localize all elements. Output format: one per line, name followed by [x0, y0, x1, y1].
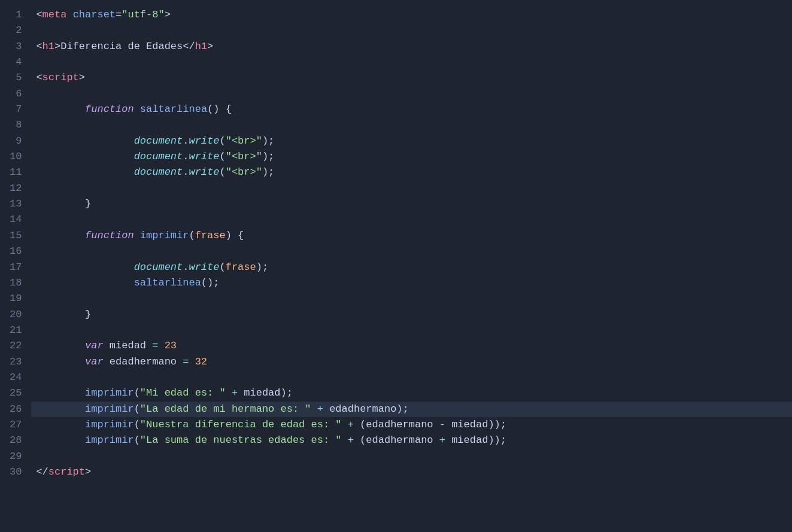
- tag-bracket-token: >: [165, 9, 171, 20]
- code-line: </script>: [31, 464, 792, 480]
- paren-token: (: [219, 151, 225, 162]
- plain-token: [134, 104, 140, 115]
- code-line: function imprimir(frase) {: [31, 228, 792, 244]
- plain-token: )): [488, 419, 500, 430]
- tag-token: script: [43, 72, 79, 83]
- line-number: 5: [10, 70, 22, 86]
- tag-token: script: [48, 466, 85, 478]
- line-number: 21: [10, 323, 22, 338]
- plain-token: [36, 104, 85, 115]
- plain-token: [36, 135, 133, 147]
- plain-token: (: [354, 419, 366, 430]
- line-number: 12: [10, 181, 22, 196]
- plain-token: [36, 356, 85, 367]
- code-line: [31, 323, 792, 338]
- plain-token: [445, 434, 451, 446]
- param-token: frase: [195, 230, 226, 241]
- code-line: document.write(frase);: [31, 260, 792, 275]
- string-token: "Mi edad es: ": [140, 387, 226, 399]
- line-numbers: 1234567891011121314151617181920212223242…: [0, 5, 31, 527]
- code-line: var miedad = 23: [31, 338, 792, 354]
- paren-token: (): [207, 104, 219, 115]
- paren-token: (: [219, 166, 225, 178]
- code-line: [31, 86, 792, 102]
- dot-token: .: [183, 166, 189, 178]
- plain-token: [36, 151, 133, 162]
- paren-token: ): [281, 387, 287, 399]
- plain-token: [146, 340, 152, 351]
- line-number: 15: [10, 228, 22, 244]
- code-line: imprimir("La suma de nuestras edades es:…: [31, 433, 792, 448]
- plain-token: Diferencia de Edades: [60, 41, 183, 52]
- line-number: 1: [10, 7, 22, 23]
- dot-token: .: [183, 151, 189, 162]
- line-number: 6: [10, 86, 22, 102]
- code-line: }: [31, 307, 792, 323]
- tag-token: h1: [43, 41, 54, 52]
- obj-token: document: [134, 135, 183, 147]
- plain-token: [36, 277, 133, 288]
- code-line: document.write("<br>");: [31, 165, 792, 180]
- function-name-token: imprimir: [140, 230, 189, 241]
- plain-token: [36, 262, 133, 273]
- tag-bracket-token: </: [36, 466, 48, 478]
- string-token: "<br>": [226, 135, 262, 147]
- call-token: imprimir: [85, 434, 134, 446]
- var-name-token: edadhermano: [366, 419, 433, 430]
- paren-token: (: [134, 434, 140, 446]
- call-token: imprimir: [85, 419, 134, 430]
- method-token: write: [189, 262, 219, 273]
- plain-token: [311, 403, 317, 415]
- plain-token: [226, 387, 232, 399]
- plain-token: [134, 230, 140, 241]
- paren-token: ): [262, 135, 268, 147]
- line-number: 23: [10, 354, 22, 370]
- semicolon-token: ;: [268, 135, 274, 147]
- plain-token: [238, 387, 244, 399]
- semicolon-token: ;: [500, 419, 506, 430]
- plain-token: [433, 434, 439, 446]
- line-number: 28: [10, 433, 22, 448]
- tag-bracket-token: >: [85, 466, 91, 478]
- code-line: function saltarlinea() {: [31, 102, 792, 117]
- tag-bracket-token: </: [183, 41, 195, 52]
- line-number: 24: [10, 370, 22, 385]
- dot-token: .: [183, 262, 189, 273]
- paren-token: (: [134, 403, 140, 415]
- paren-token: ): [262, 166, 268, 178]
- line-number: 8: [10, 117, 22, 133]
- line-number: 29: [10, 449, 22, 464]
- line-number: 9: [10, 133, 22, 149]
- operator-token: -: [439, 419, 445, 430]
- code-line: imprimir("Nuestra diferencia de edad es:…: [31, 417, 792, 433]
- code-line: <script>: [31, 70, 792, 86]
- attr-name-token: charset: [73, 9, 116, 20]
- code-line: [31, 244, 792, 259]
- line-number: 26: [10, 402, 22, 417]
- param-token: frase: [226, 262, 256, 273]
- call-token: imprimir: [85, 387, 134, 399]
- keyword-token: function: [85, 230, 134, 241]
- string-token: "La suma de nuestras edades es: ": [140, 434, 342, 446]
- tag-bracket-token: <: [36, 9, 42, 20]
- var-name-token: edadhermano: [329, 403, 396, 415]
- code-line: }: [31, 196, 792, 212]
- code-line: [31, 54, 792, 70]
- semicolon-token: ;: [287, 387, 293, 399]
- code-line: document.write("<br>");: [31, 149, 792, 165]
- code-content[interactable]: <meta charset="utf-8"> <h1>Diferencia de…: [31, 5, 792, 527]
- operator-token: +: [232, 387, 238, 399]
- keyword-token: function: [85, 104, 134, 115]
- line-number: 30: [10, 464, 22, 480]
- call-token: saltarlinea: [134, 277, 201, 288]
- plain-token: [342, 434, 348, 446]
- paren-token: ): [226, 230, 232, 241]
- plain-token: [445, 419, 451, 430]
- plain-token: [36, 340, 85, 351]
- var-name-token: miedad: [244, 387, 280, 399]
- attr-value-token: "utf-8": [122, 9, 164, 20]
- code-line: <h1>Diferencia de Edades</h1>: [31, 39, 792, 54]
- plain-token: [104, 340, 110, 351]
- plain-token: {: [232, 230, 244, 241]
- method-token: write: [189, 135, 219, 147]
